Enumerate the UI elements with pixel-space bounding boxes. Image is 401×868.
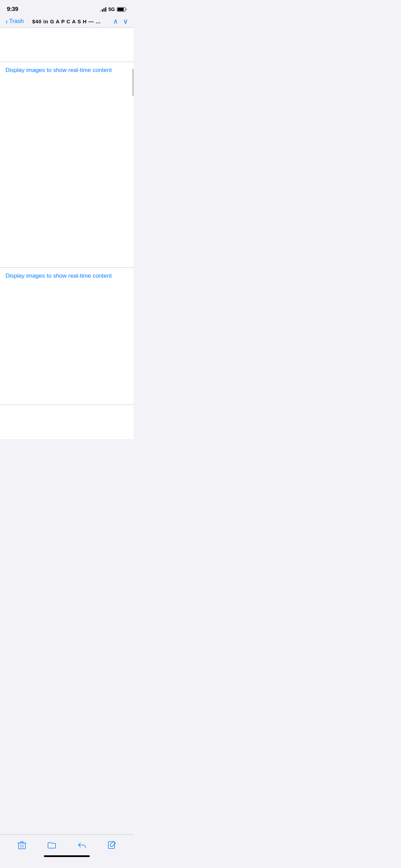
status-icons: 5G <box>100 7 127 12</box>
scroll-indicator <box>132 69 134 96</box>
next-message-button[interactable]: ∨ <box>123 18 128 25</box>
back-label: Trash <box>9 18 24 25</box>
battery-icon <box>117 7 127 12</box>
image-placeholder-text-1[interactable]: Display images to show real-time content <box>5 67 112 73</box>
previous-message-button[interactable]: ∧ <box>113 18 118 25</box>
image-placeholder-1[interactable]: Display images to show real-time content <box>0 62 134 268</box>
status-bar: 9:39 5G <box>0 0 134 16</box>
status-time: 9:39 <box>7 6 18 13</box>
network-type-label: 5G <box>108 7 115 12</box>
image-placeholder-2[interactable]: Display images to show real-time content <box>0 268 134 405</box>
email-body: Display images to show real-time content… <box>0 28 134 439</box>
nav-bar: ‹ Trash $40 in G A P C A S H — it'... ∧ … <box>0 16 134 28</box>
email-header-section <box>0 28 134 62</box>
chevron-left-icon: ‹ <box>5 18 8 25</box>
back-button[interactable]: ‹ Trash <box>5 18 29 25</box>
nav-arrows: ∧ ∨ <box>104 18 128 25</box>
image-placeholder-text-2[interactable]: Display images to show real-time content <box>5 273 112 279</box>
email-subject-title: $40 in G A P C A S H — it'... <box>29 19 104 24</box>
signal-bars-icon <box>100 7 106 12</box>
